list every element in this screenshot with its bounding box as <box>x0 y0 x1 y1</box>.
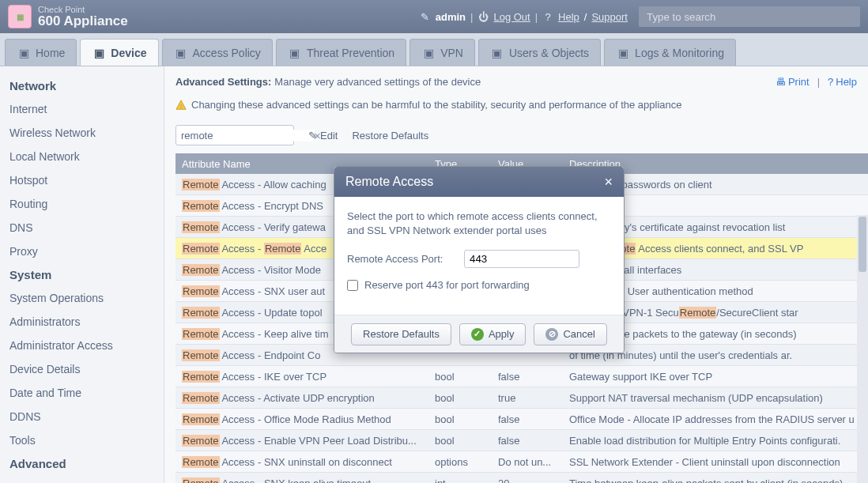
cancel-icon: ⊘ <box>545 328 558 341</box>
nav-icon: ▣ <box>174 46 188 60</box>
sidebar-item-device-details[interactable]: Device Details <box>0 357 164 381</box>
restore-defaults-link[interactable]: Restore Defaults <box>352 130 428 142</box>
scrollbar-thumb[interactable] <box>859 217 866 272</box>
table-row[interactable]: Remote Access - Activate UDP encryptionb… <box>175 387 868 409</box>
sidebar-item-local-network[interactable]: Local Network <box>0 145 164 168</box>
close-icon[interactable]: × <box>604 174 613 191</box>
remote-access-dialog: Remote Access × Select the port to which… <box>334 166 625 353</box>
sidebar-item-tools[interactable]: Tools <box>0 428 164 452</box>
sidebar: NetworkInternetWireless NetworkLocal Net… <box>0 66 164 483</box>
nav-tab-device[interactable]: ▣Device <box>80 39 158 66</box>
apply-button[interactable]: ✓Apply <box>459 323 526 345</box>
sidebar-section-system: System <box>0 263 164 286</box>
topbar-right: ✎ admin | ⏻ Log Out | ? Help / Support <box>420 6 860 27</box>
dialog-titlebar[interactable]: Remote Access × <box>334 167 624 197</box>
sidebar-item-administrators[interactable]: Administrators <box>0 310 164 334</box>
table-row[interactable]: Remote Access - IKE over TCPboolfalseGat… <box>175 366 868 387</box>
nav-icon: ▣ <box>288 46 302 60</box>
warning-icon: ! <box>175 100 187 111</box>
table-row[interactable]: Remote Access - Enable VPN Peer Load Dis… <box>175 430 868 451</box>
nav-icon: ▣ <box>616 46 630 60</box>
nav-icon: ▣ <box>92 46 106 60</box>
table-row[interactable]: Remote Access - SNX uninstall on disconn… <box>175 451 868 473</box>
check-icon: ✓ <box>471 328 484 341</box>
printer-icon: 🖶 <box>776 76 786 88</box>
dialog-restore-button[interactable]: Restore Defaults <box>351 323 451 345</box>
brand-bottom: 600 Appliance <box>38 14 128 29</box>
sidebar-item-hotspot[interactable]: Hotspot <box>0 168 164 192</box>
warning-bar: ! Changing these advanced settings can b… <box>175 99 868 111</box>
pencil-icon: ✎ <box>420 11 431 23</box>
cancel-button[interactable]: ⊘Cancel <box>534 323 606 345</box>
nav-tab-access-policy[interactable]: ▣Access Policy <box>162 39 273 66</box>
help-icon: ? <box>542 11 553 23</box>
print-link[interactable]: 🖶Print <box>776 76 810 88</box>
sidebar-section-network: Network <box>0 74 164 97</box>
help-icon: ? <box>828 76 833 88</box>
table-toolbar: × ✎ Edit Restore Defaults <box>175 125 868 145</box>
page-subtitle: Manage very advanced settings of the dev… <box>274 76 481 88</box>
sidebar-item-system-operations[interactable]: System Operations <box>0 286 164 310</box>
brand-top: Check Point <box>38 5 128 14</box>
power-icon: ⏻ <box>477 11 489 23</box>
filter-box: × <box>175 125 294 145</box>
nav-tab-users-objects[interactable]: ▣Users & Objects <box>478 39 601 66</box>
brand-block: Check Point 600 Appliance <box>38 5 128 29</box>
svg-text:!: ! <box>180 102 182 109</box>
reserve-port-label: Reserve port 443 for port forwarding <box>364 279 530 291</box>
dialog-description: Select the port to which remote access c… <box>347 209 611 237</box>
content-header: Advanced Settings: Manage very advanced … <box>175 76 868 88</box>
sidebar-item-routing[interactable]: Routing <box>0 192 164 216</box>
sidebar-item-dns[interactable]: DNS <box>0 216 164 240</box>
nav-icon: ▣ <box>17 46 31 60</box>
dialog-footer: Restore Defaults ✓Apply ⊘Cancel <box>334 315 624 353</box>
sidebar-item-ddns[interactable]: DDNS <box>0 405 164 428</box>
brand-logo: ▦ <box>8 5 32 28</box>
page-help-link[interactable]: ?Help <box>828 76 857 88</box>
sidebar-item-wireless-network[interactable]: Wireless Network <box>0 121 164 145</box>
dialog-title: Remote Access <box>345 175 433 189</box>
pencil-icon: ✎ <box>308 130 317 142</box>
sidebar-item-internet[interactable]: Internet <box>0 97 164 121</box>
nav-icon: ▣ <box>490 46 504 60</box>
support-link[interactable]: Support <box>591 11 628 23</box>
port-label: Remote Access Port: <box>347 253 464 265</box>
edit-button[interactable]: ✎ Edit <box>308 130 338 142</box>
table-row[interactable]: Remote Access - SNX keep alive timeoutin… <box>175 473 868 483</box>
sidebar-item-date-and-time[interactable]: Date and Time <box>0 381 164 405</box>
page-title: Advanced Settings: <box>175 76 271 88</box>
sidebar-item-administrator-access[interactable]: Administrator Access <box>0 334 164 357</box>
main-nav: ▣Home▣Device▣Access Policy▣Threat Preven… <box>0 33 868 66</box>
scrollbar-track[interactable] <box>857 215 868 483</box>
nav-tab-home[interactable]: ▣Home <box>5 39 77 66</box>
nav-tab-vpn[interactable]: ▣VPN <box>409 39 475 66</box>
nav-tab-logs-monitoring[interactable]: ▣Logs & Monitoring <box>604 39 736 66</box>
top-bar: ▦ Check Point 600 Appliance ✎ admin | ⏻ … <box>0 0 868 33</box>
nav-icon: ▣ <box>421 46 436 60</box>
help-link[interactable]: Help <box>558 11 579 23</box>
port-input[interactable] <box>464 250 579 268</box>
global-search-input[interactable] <box>639 6 860 27</box>
sidebar-item-proxy[interactable]: Proxy <box>0 240 164 263</box>
reserve-port-checkbox[interactable] <box>347 280 358 291</box>
logout-link[interactable]: Log Out <box>493 11 530 23</box>
nav-tab-threat-prevention[interactable]: ▣Threat Prevention <box>276 39 406 66</box>
admin-label: admin <box>436 11 466 23</box>
table-row[interactable]: Remote Access - Office Mode Radius Metho… <box>175 409 868 430</box>
sidebar-section-advanced: Advanced <box>0 452 164 475</box>
filter-input[interactable] <box>181 130 314 142</box>
